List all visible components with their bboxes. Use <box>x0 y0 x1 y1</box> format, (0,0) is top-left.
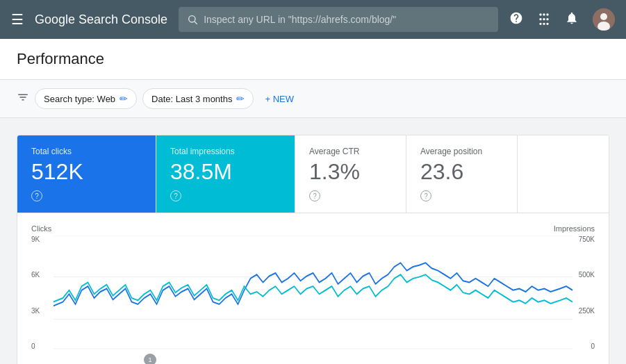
average-ctr-label: Average CTR <box>309 147 392 156</box>
chart-left-label: Clicks <box>31 224 51 233</box>
svg-point-0 <box>189 16 195 22</box>
header: ☰ Google Search Console <box>0 0 626 39</box>
y-left-mid1: 6K <box>31 271 40 279</box>
metrics-container: Total clicks 512K ? Total impressions 38… <box>17 135 609 364</box>
y-right-mid2: 250K <box>579 307 595 315</box>
total-impressions-label: Total impressions <box>170 147 281 156</box>
y-axis-right: 750K 500K 250K 0 <box>579 235 595 350</box>
search-bar[interactable] <box>179 7 498 32</box>
total-impressions-help[interactable]: ? <box>170 190 181 201</box>
y-right-min: 0 <box>579 342 595 350</box>
total-clicks-value: 512K <box>31 159 142 185</box>
page-title-bar: Performance <box>0 39 626 80</box>
filter-icon[interactable] <box>17 91 29 107</box>
chart-with-axes: 9K 6K 3K 0 <box>31 235 595 364</box>
total-clicks-label: Total clicks <box>31 147 142 156</box>
search-type-edit-icon: ✏ <box>120 93 128 104</box>
new-filter-button[interactable]: + NEW <box>259 90 299 108</box>
header-logo: Google Search Console <box>35 13 167 27</box>
chart-svg <box>53 235 573 361</box>
y-left-max: 9K <box>31 235 40 243</box>
notification-icon[interactable] <box>565 11 579 28</box>
average-ctr-card[interactable]: Average CTR 1.3% ? <box>295 135 406 213</box>
search-icon <box>187 14 198 25</box>
search-type-chip[interactable]: Search type: Web ✏ <box>35 88 137 109</box>
search-input[interactable] <box>204 14 490 25</box>
total-impressions-value: 38.5M <box>170 159 281 185</box>
filter-bar: Search type: Web ✏ Date: Last 3 months ✏… <box>0 80 626 118</box>
average-ctr-help[interactable]: ? <box>309 190 320 201</box>
average-ctr-value: 1.3% <box>309 159 392 185</box>
main-content: Total clicks 512K ? Total impressions 38… <box>0 118 626 364</box>
new-filter-label: + NEW <box>265 94 294 104</box>
y-axis-left: 9K 6K 3K 0 <box>31 235 40 350</box>
avatar[interactable] <box>593 8 615 31</box>
date-label: Date: Last 3 months <box>151 94 232 104</box>
y-right-mid1: 500K <box>579 271 595 279</box>
total-impressions-card[interactable]: Total impressions 38.5M ? <box>156 135 295 213</box>
scroll-indicator[interactable]: 1 <box>144 354 156 364</box>
average-position-card[interactable]: Average position 23.6 ? <box>406 135 518 213</box>
page-title: Performance <box>17 50 609 68</box>
average-position-help[interactable]: ? <box>420 190 431 201</box>
grid-icon[interactable] <box>537 11 551 28</box>
metrics-row: Total clicks 512K ? Total impressions 38… <box>17 135 609 213</box>
date-chip[interactable]: Date: Last 3 months ✏ <box>142 88 254 109</box>
chart-labels-top: Clicks Impressions <box>31 224 595 233</box>
search-type-label: Search type: Web <box>44 94 115 104</box>
total-clicks-card[interactable]: Total clicks 512K ? <box>17 135 156 213</box>
menu-icon[interactable]: ☰ <box>11 11 24 28</box>
chart-wrapper: 1 <box>53 235 573 361</box>
chart-area: Clicks Impressions 9K 6K 3K 0 <box>17 213 609 364</box>
svg-line-1 <box>195 22 197 24</box>
average-position-label: Average position <box>420 147 503 156</box>
y-left-min: 0 <box>31 342 40 350</box>
chart-right-label: Impressions <box>554 224 595 233</box>
average-position-value: 23.6 <box>420 159 503 185</box>
total-clicks-help[interactable]: ? <box>31 190 42 201</box>
svg-point-3 <box>600 13 607 20</box>
logo-text: Google Search Console <box>35 13 167 27</box>
help-icon[interactable] <box>509 11 523 28</box>
y-left-mid2: 3K <box>31 307 40 315</box>
empty-metric-card <box>518 135 609 213</box>
y-right-max: 750K <box>579 235 595 243</box>
date-edit-icon: ✏ <box>236 93 245 104</box>
header-icons <box>509 8 615 31</box>
